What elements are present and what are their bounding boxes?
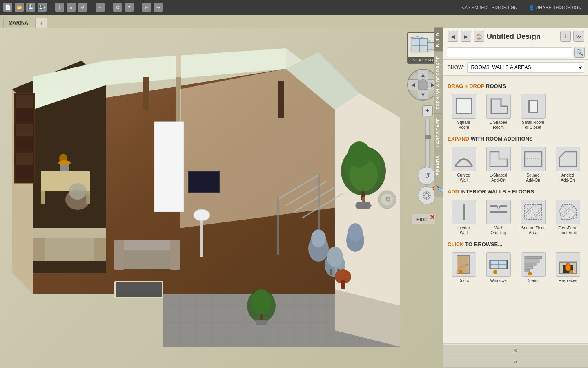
browse-highlight: CLICK [448, 241, 464, 247]
svg-rect-38 [256, 320, 267, 325]
small-room-shape [528, 100, 538, 113]
tabs-bar: MARINA + [0, 15, 588, 28]
l-addon-svg [488, 150, 509, 168]
reset-view-button[interactable]: ↺ [418, 167, 436, 185]
home-button[interactable]: 🏠 [474, 31, 484, 42]
windows-item[interactable]: Windows [482, 251, 514, 285]
expand-normal: WITH ROOM ADDITIONS [471, 136, 533, 142]
floor-plan[interactable]: ⚙ HIDE ✕ [0, 28, 443, 368]
svg-rect-130 [525, 266, 533, 269]
l-room-item[interactable]: L-ShapedRoom [482, 92, 514, 132]
svg-point-64 [69, 183, 87, 200]
share-button[interactable]: 👤 SHARE THIS DESIGN [526, 4, 585, 11]
info-button[interactable]: ℹ [55, 3, 64, 12]
svg-marker-105 [490, 152, 507, 166]
tab-marina[interactable]: MARINA [3, 18, 33, 28]
interior-header: ADD INTERIOR WALLS + FLOORS [448, 188, 584, 195]
expand-highlight: EXPAND [448, 136, 469, 142]
show-label: SHOW: [448, 65, 464, 70]
floor-plan-svg: ⚙ HIDE ✕ [0, 28, 443, 368]
square-addon-item[interactable]: SquareAdd-On [517, 145, 549, 184]
furnish-tab[interactable]: FURNISH & DECORATE [434, 52, 443, 114]
search-go-button[interactable]: 🔍 [574, 47, 585, 58]
open-button[interactable]: 📂 [15, 3, 24, 12]
info-panel-button[interactable]: ℹ [560, 31, 571, 42]
undo-button[interactable]: ↩ [142, 3, 151, 12]
square-floor-item[interactable]: Square FloorArea [517, 198, 549, 237]
build-tab[interactable]: BUILD [434, 28, 443, 52]
collapse-up-button[interactable]: « [443, 345, 588, 356]
small-room-item[interactable]: Small Roomor Closet [517, 92, 549, 132]
share-icon: 👤 [529, 5, 535, 10]
svg-rect-79 [114, 240, 124, 270]
rotate-button[interactable]: ✕ [418, 186, 436, 204]
square-room-item[interactable]: SquareRoom [448, 92, 480, 132]
print-button[interactable]: 🖨 [78, 3, 87, 12]
interior-normal: INTERIOR WALLS + FLOORS [461, 188, 534, 195]
square-floor-svg [523, 203, 543, 221]
drag-drop-highlight: DRAG + DROP [448, 83, 484, 89]
tab-add-button[interactable]: + [35, 18, 47, 28]
freeform-floor-label: Free-FormFloor Area [558, 226, 577, 236]
interior-wall-item[interactable]: InteriorWall [448, 198, 480, 237]
fireplaces-item[interactable]: Fireplaces [552, 251, 584, 285]
doors-item[interactable]: Doors [448, 251, 480, 285]
svg-marker-115 [559, 204, 577, 219]
svg-rect-68 [33, 228, 106, 238]
settings-button[interactable]: ⚙ [113, 3, 122, 12]
new-file-button[interactable]: 📄 [3, 3, 12, 12]
show-dropdown[interactable]: ROOMS, WALLS & AREAS [467, 62, 584, 73]
svg-point-40 [327, 247, 343, 267]
brands-tab[interactable]: BRANDS [434, 151, 443, 180]
svg-text:⚙: ⚙ [385, 196, 391, 203]
list-button[interactable]: ≡ [67, 3, 76, 12]
svg-rect-53 [16, 124, 33, 136]
l-addon-label: L-ShapedAdd-On [490, 173, 507, 183]
collapse-down-button[interactable]: » [443, 356, 588, 368]
svg-rect-58 [41, 191, 45, 204]
wall-opening-item[interactable]: WallOpening [482, 198, 514, 237]
canvas-area[interactable]: ⚙ HIDE ✕ VIEW IN 2D [0, 28, 443, 368]
tab-marina-label: MARINA [9, 20, 28, 26]
redo-button[interactable]: ↪ [154, 3, 163, 12]
stairs-item[interactable]: Stairs [517, 251, 549, 285]
nav-up-button[interactable]: ▲ [418, 70, 428, 80]
freeform-floor-item[interactable]: Free-FormFloor Area [552, 198, 584, 237]
zoom-in-button[interactable]: + [422, 105, 433, 116]
embed-button[interactable]: </> EMBED THIS DESIGN [459, 4, 521, 11]
landscape-tab[interactable]: LANDSCAPE [434, 113, 443, 151]
toolbar: 📄 📂 💾 💾+ ℹ ≡ 🖨 → ⚙ ? ↩ ↪ </> EMBED THIS … [0, 0, 588, 15]
svg-rect-41 [330, 269, 332, 275]
drag-drop-normal: ROOMS [486, 83, 506, 89]
collapse-panel-button[interactable]: ≫ [573, 31, 584, 42]
interior-highlight: ADD [448, 188, 459, 195]
svg-rect-131 [525, 269, 530, 272]
svg-rect-107 [525, 152, 542, 166]
search-side-tab[interactable]: 🔍 [434, 180, 443, 197]
drag-drop-grid: SquareRoom L-ShapedRoom Smal [448, 92, 584, 132]
square-floor-label: Square FloorArea [521, 226, 545, 236]
zoom-handle[interactable] [425, 135, 431, 139]
stairs-icon [521, 252, 546, 277]
toolbar-right: </> EMBED THIS DESIGN 👤 SHARE THIS DESIG… [459, 4, 585, 11]
help-button[interactable]: ? [125, 3, 134, 12]
square-addon-label: SquareAdd-On [526, 173, 540, 183]
curved-wall-item[interactable]: CurvedWall [448, 145, 480, 184]
l-addon-item[interactable]: L-ShapedAdd-On [482, 145, 514, 184]
svg-rect-56 [16, 167, 33, 179]
l-room-label: L-ShapedRoom [490, 120, 507, 130]
nav-forward-button[interactable]: ▶ [461, 31, 471, 42]
svg-marker-109 [559, 152, 577, 166]
nav-back-button[interactable]: ◀ [448, 31, 458, 42]
curved-wall-svg [454, 150, 474, 168]
search-input[interactable] [447, 47, 572, 57]
angled-addon-item[interactable]: AngledAdd-On [552, 145, 584, 184]
nav-left-button[interactable]: ◀ [408, 79, 419, 90]
svg-point-62 [59, 154, 67, 164]
square-addon-svg [523, 150, 543, 168]
save-button[interactable]: 💾 [26, 3, 35, 12]
nav-down-button[interactable]: ▼ [418, 89, 428, 100]
save-as-button[interactable]: 💾+ [38, 3, 47, 12]
export-button[interactable]: → [96, 3, 105, 12]
zoom-slider[interactable] [425, 119, 430, 168]
